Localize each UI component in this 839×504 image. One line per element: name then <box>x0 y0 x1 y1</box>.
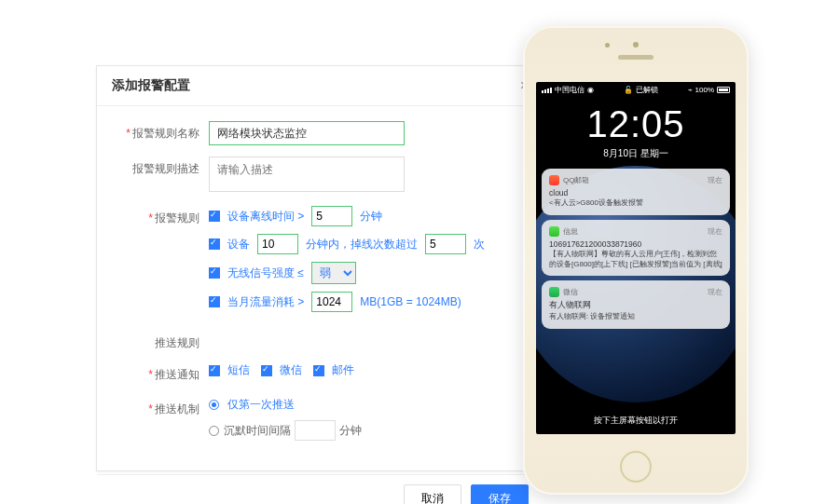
carrier: 中国电信 <box>555 85 585 95</box>
label-push-mech: 推送机制 <box>116 397 209 417</box>
qqmail-icon <box>549 175 559 185</box>
email-label: 邮件 <box>332 362 354 378</box>
save-button[interactable]: 保存 <box>471 484 529 504</box>
n1-title: cloud <box>549 188 722 198</box>
n3-time: 现在 <box>708 287 722 297</box>
label-push-notify: 推送通知 <box>116 362 209 383</box>
label-rule-name: 报警规则名称 <box>116 121 209 142</box>
n3-body: 有人物联网: 设备报警通知 <box>549 312 722 322</box>
notification-qqmail[interactable]: QQ邮箱 现在 cloud <有人云>G800设备触发报警 <box>542 169 730 215</box>
cancel-button[interactable]: 取消 <box>404 484 461 504</box>
n1-body: <有人云>G800设备触发报警 <box>549 198 722 209</box>
rule-offline-label: 设备离线时间 > <box>227 209 304 225</box>
rule-drop-label: 设备 <box>227 237 250 252</box>
signal-select[interactable]: 弱 <box>311 262 356 284</box>
radio-once[interactable] <box>209 400 219 410</box>
n2-time: 现在 <box>708 226 722 237</box>
n2-app: 信息 <box>563 226 704 237</box>
phone-camera <box>605 43 610 48</box>
notification-sms[interactable]: 信息 现在 106917621200033871960 【有人物联网】尊敬的有人… <box>542 220 730 277</box>
checkbox-signal[interactable] <box>209 267 220 279</box>
traffic-unit: MB(1GB = 1024MB) <box>360 295 461 308</box>
n3-title: 有人物联网 <box>549 300 722 311</box>
checkbox-dropcount[interactable] <box>209 238 220 250</box>
silence-unit: 分钟 <box>339 423 362 439</box>
phone-speaker <box>618 55 653 60</box>
n3-app: 微信 <box>563 287 704 297</box>
lockscreen-date: 8月10日 星期一 <box>536 147 736 160</box>
unlock-hint: 按下主屏幕按钮以打开 <box>536 415 736 427</box>
battery-text: 100% <box>695 86 714 94</box>
dialog-body: 报警规则名称 报警规则描述 报警规则 设备离线时间 > 分钟 设备 分钟 <box>97 106 543 474</box>
n2-title: 106917621200033871960 <box>549 239 722 249</box>
label-rules: 报警规则 <box>116 206 209 226</box>
phone-sensor <box>633 42 639 48</box>
sms-label: 短信 <box>227 362 250 378</box>
status-bar: 中国电信 ◉ 🔓 已解锁 ⌁ 100% <box>536 82 736 98</box>
wechat-icon <box>549 287 559 297</box>
label-rule-desc: 报警规则描述 <box>116 157 209 177</box>
once-label: 仅第一次推送 <box>227 397 295 413</box>
home-button[interactable] <box>620 451 652 483</box>
drop-window-input[interactable] <box>257 234 298 254</box>
dialog-header: 添加报警配置 × <box>97 66 543 106</box>
checkbox-traffic[interactable] <box>209 296 220 307</box>
traffic-input[interactable] <box>311 292 352 312</box>
dialog-footer: 取消 保存 <box>97 474 543 504</box>
silence-label: 沉默时间间隔 <box>224 423 291 439</box>
lockscreen-time: 12:05 <box>536 103 736 145</box>
lock-icon: 🔓 <box>624 86 633 94</box>
signal-icon <box>542 88 552 93</box>
notification-wechat[interactable]: 微信 现在 有人物联网 有人物联网: 设备报警通知 <box>542 280 730 329</box>
drop-unit: 次 <box>474 237 485 252</box>
offline-unit: 分钟 <box>360 209 382 225</box>
checkbox-offline[interactable] <box>209 211 220 222</box>
rule-signal-label: 无线信号强度 ≤ <box>227 266 304 281</box>
offline-minutes-input[interactable] <box>311 206 352 226</box>
alarm-config-dialog: 添加报警配置 × 报警规则名称 报警规则描述 报警规则 设备离线时间 > 分钟 <box>96 65 544 471</box>
checkbox-sms[interactable] <box>209 365 220 376</box>
rule-desc-input[interactable] <box>209 157 405 192</box>
rule-traffic-label: 当月流量消耗 > <box>227 294 304 310</box>
n2-body: 【有人物联网】尊敬的有人云用户[王伟]，检测到您的设备[G800]的[上下线] … <box>549 250 722 270</box>
lockscreen-clock-area: 12:05 8月10日 星期一 <box>536 98 736 164</box>
phone-screen: 中国电信 ◉ 🔓 已解锁 ⌁ 100% 12:05 8月10日 星期一 QQ邮箱… <box>536 82 736 434</box>
checkbox-email[interactable] <box>313 365 324 376</box>
battery-icon <box>717 87 730 93</box>
lock-text: 已解锁 <box>636 85 658 95</box>
label-push-rules: 推送规则 <box>116 331 209 351</box>
checkbox-wechat[interactable] <box>261 365 272 376</box>
rule-name-input[interactable] <box>209 121 405 145</box>
bt-icon: ⌁ <box>688 86 693 94</box>
sms-icon <box>549 226 559 237</box>
drop-count-input[interactable] <box>425 234 466 254</box>
phone-mockup: 中国电信 ◉ 🔓 已解锁 ⌁ 100% 12:05 8月10日 星期一 QQ邮箱… <box>523 26 749 495</box>
wifi-icon: ◉ <box>587 86 594 94</box>
radio-silence[interactable] <box>209 426 219 436</box>
wechat-label: 微信 <box>280 362 302 378</box>
n1-time: 现在 <box>708 175 722 185</box>
n1-app: QQ邮箱 <box>563 175 704 185</box>
dialog-title: 添加报警配置 <box>112 77 190 94</box>
silence-input[interactable] <box>295 420 336 441</box>
rule-drop-text: 分钟内，掉线次数超过 <box>306 237 418 252</box>
